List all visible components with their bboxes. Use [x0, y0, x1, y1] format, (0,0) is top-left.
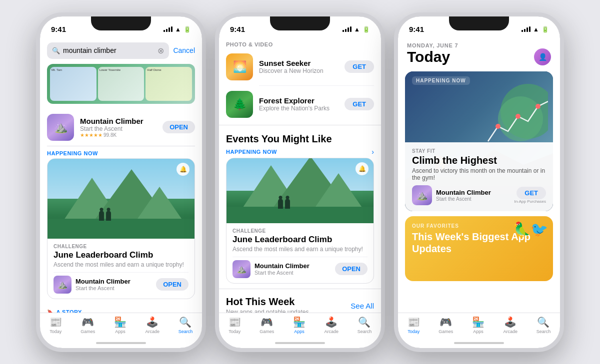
nav-search-label-3: Search [536, 329, 551, 334]
feature-desc: Ascend to victory this month on the moun… [412, 167, 546, 181]
status-icons-1: ▲ 🔋 [164, 26, 191, 33]
nav-today-3[interactable]: 📰 Today [408, 316, 420, 334]
forest-explorer-icon: 🌲 [226, 91, 253, 118]
nav-games-1[interactable]: 🎮 Games [80, 316, 95, 334]
silhouette-2 [278, 199, 290, 209]
nav-search-2[interactable]: 🔍 Search [358, 316, 372, 334]
feature-app-name: Mountain Climber [436, 189, 510, 196]
nav-arcade-label-3: Arcade [504, 329, 518, 334]
nav-apps-1[interactable]: 🏪 Apps [114, 316, 126, 334]
map-preview: Mt. Tam Lower Yosemite Half Dome [47, 64, 195, 104]
event-app-info-1: Mountain Climber Start the Ascent [76, 278, 152, 291]
nav-games-2[interactable]: 🎮 Games [260, 316, 274, 334]
signal-bar-3 [168, 27, 170, 32]
app-name-mountain-1: Mountain Climber [80, 117, 156, 125]
open-button-1[interactable]: OPEN [162, 121, 195, 133]
story-section-1: 🔖 A STORY Explore the Wilderness [40, 304, 202, 313]
app-result-forest[interactable]: 🌲 Forest Explorer Explore the Nation's P… [219, 86, 381, 123]
signal-bar-2 [166, 29, 168, 32]
nav-games-icon-3: 🎮 [440, 316, 452, 328]
event-app-info-2: Mountain Climber Start the Ascent [254, 262, 331, 276]
see-more-2[interactable]: › [372, 148, 374, 156]
see-all-button[interactable]: See All [350, 302, 374, 310]
signal-bar-2-3 [348, 27, 349, 32]
wifi-icon-1: ▲ [175, 26, 181, 33]
feature-card[interactable]: 🧗 HAPPENING NOW STAY FIT Climb the Highe… [405, 71, 553, 211]
nav-apps-label-3: Apps [473, 329, 484, 334]
app-result-mountain[interactable]: ⛰️ Mountain Climber Start the Ascent ★★★… [40, 109, 202, 146]
phones-container: 9:41 ▲ 🔋 🔍 mountain climber [36, 12, 564, 352]
event-app-icon-2: ⛰️ [232, 260, 250, 278]
event-open-button-1[interactable]: OPEN [156, 278, 188, 291]
event-image-1: 🔔 [48, 159, 194, 239]
phone-2-screen: 9:41 ▲ 🔋 Photo & Video 🌅 [219, 16, 381, 348]
nav-apps-label-1: Apps [115, 329, 126, 334]
in-app-container: GET In-App Purchases [514, 187, 546, 204]
person-1 [99, 211, 104, 221]
favorites-card[interactable]: OUR FAVORITES This Week's Biggest App Up… [405, 216, 553, 281]
scroll-area-2[interactable]: Photo & Video 🌅 Sunset Seeker Discover a… [219, 38, 381, 313]
category-photo-video: Photo & Video [219, 38, 381, 48]
nav-search-3[interactable]: 🔍 Search [536, 316, 551, 334]
search-clear-icon[interactable]: ⊗ [158, 46, 164, 55]
nav-today-label-2: Today [228, 329, 240, 334]
nav-arcade-1[interactable]: 🕹️ Arcade [146, 316, 160, 334]
search-bar[interactable]: 🔍 mountain climber ⊗ [47, 42, 169, 59]
svg-point-1 [498, 96, 543, 141]
bell-icon-2[interactable]: 🔔 [356, 162, 368, 175]
nav-search-1[interactable]: 🔍 Search [178, 316, 193, 334]
map-label-1: Mt. Tam [52, 68, 95, 71]
nav-apps-2[interactable]: 🏪 Apps [293, 316, 306, 334]
phone-1-screen: 9:41 ▲ 🔋 🔍 mountain climber [40, 16, 202, 348]
event-card-1[interactable]: 🔔 CHALLENGE June Leaderboard Climb Ascen… [47, 158, 195, 299]
scroll-area-1[interactable]: Mt. Tam Lower Yosemite Half Dome ⛰️ [40, 62, 202, 313]
event-type-1: CHALLENGE [54, 244, 188, 249]
event-card-2[interactable]: 🔔 CHALLENGE June Leaderboard Climb Ascen… [226, 158, 374, 284]
user-avatar[interactable]: 👤 [534, 48, 551, 65]
signal-bar-2-4 [350, 26, 352, 32]
phone-1: 9:41 ▲ 🔋 🔍 mountain climber [36, 12, 206, 352]
nav-today-icon-2: 📰 [228, 316, 241, 328]
get-button-sunset[interactable]: GET [344, 60, 374, 73]
nav-arcade-label-1: Arcade [146, 329, 160, 334]
app-result-sunset[interactable]: 🌅 Sunset Seeker Discover a New Horizon G… [219, 48, 381, 85]
get-button-forest[interactable]: GET [344, 98, 374, 110]
event-title-1: June Leaderboard Climb [54, 250, 188, 260]
svg-point-4 [536, 104, 540, 109]
notch-3 [449, 16, 509, 30]
silhouette-1 [99, 211, 111, 221]
feature-tag: STAY FIT [412, 148, 546, 154]
scroll-area-3[interactable]: MONDAY, JUNE 7 Today 👤 [398, 38, 560, 313]
signal-bar-3-2 [524, 29, 526, 32]
status-time-2: 9:41 [230, 25, 245, 33]
nav-search-icon-1: 🔍 [179, 316, 192, 328]
nav-today-2[interactable]: 📰 Today [228, 316, 241, 334]
signal-bar-4 [171, 26, 172, 32]
event-app-sub-1: Start the Ascent [76, 285, 152, 291]
nav-apps-3[interactable]: 🏪 Apps [472, 316, 484, 334]
nav-games-3[interactable]: 🎮 Games [438, 316, 453, 334]
person-2 [106, 211, 111, 221]
happening-now-label-2: HAPPENING NOW [226, 149, 277, 155]
divider-2 [219, 125, 381, 125]
feature-get-button[interactable]: GET [516, 187, 546, 199]
nav-arcade-2[interactable]: 🕹️ Arcade [324, 316, 339, 334]
map-thumb-2: Lower Yosemite [98, 67, 144, 101]
bell-icon-1[interactable]: 🔔 [176, 163, 190, 176]
nav-games-icon-2: 🎮 [260, 316, 273, 328]
event-open-button-2[interactable]: OPEN [335, 263, 368, 275]
nav-arcade-icon-1: 🕹️ [146, 316, 158, 328]
map-thumb-1: Mt. Tam [50, 67, 96, 101]
person-2-1 [278, 199, 283, 209]
event-app-name-2: Mountain Climber [254, 262, 331, 270]
svg-point-2 [496, 124, 500, 129]
cancel-button[interactable]: Cancel [173, 46, 195, 54]
today-title-row: Today 👤 [407, 48, 551, 65]
search-bar-container: 🔍 mountain climber ⊗ Cancel [40, 38, 202, 62]
feature-content: STAY FIT Climb the Highest Ascend to vic… [405, 142, 553, 211]
happening-row-2: HAPPENING NOW › [219, 147, 381, 158]
signal-bar-3-4 [529, 26, 530, 32]
nav-today-1[interactable]: 📰 Today [50, 316, 62, 334]
nav-games-icon-1: 🎮 [82, 316, 94, 328]
nav-arcade-3[interactable]: 🕹️ Arcade [504, 316, 518, 334]
